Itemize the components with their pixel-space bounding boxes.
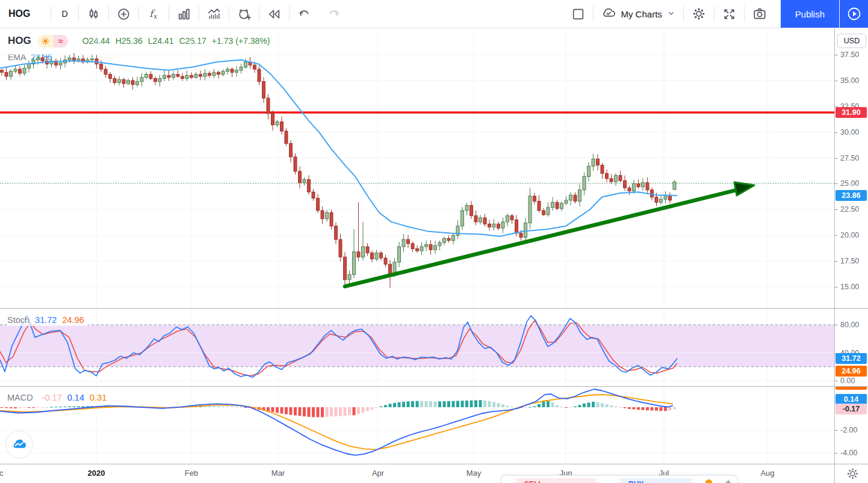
macd-histogram-bar bbox=[339, 407, 342, 416]
macd-histogram-bar bbox=[357, 407, 360, 414]
macd-histogram-bar bbox=[642, 407, 645, 410]
candle-body bbox=[380, 253, 383, 258]
macd-histogram-bar bbox=[312, 407, 315, 417]
candle-body bbox=[276, 122, 279, 125]
candle-body bbox=[28, 64, 31, 68]
price-scale-stoch[interactable]: 80.0040.000.0031.7224.96 bbox=[835, 309, 868, 387]
candle-body bbox=[348, 274, 351, 280]
axis-tick-label: 25.00 bbox=[840, 179, 859, 188]
candle-body bbox=[664, 196, 667, 199]
candle-body bbox=[185, 75, 188, 78]
sell-button[interactable]: SELL bbox=[516, 478, 596, 483]
symbol-button[interactable]: HOG bbox=[0, 0, 51, 28]
macd-histogram-bar bbox=[565, 407, 568, 408]
alert-add-icon[interactable] bbox=[229, 0, 259, 28]
macd-histogram-bar bbox=[497, 403, 500, 407]
price-scale-main[interactable]: USD 37.5035.0032.5030.0027.5025.0022.502… bbox=[835, 28, 868, 309]
time-axis-label: Mar bbox=[271, 469, 285, 478]
panel-separator[interactable] bbox=[0, 386, 868, 387]
tradingview-chart-app: HOG D f x bbox=[0, 0, 868, 483]
macd-histogram-bar bbox=[389, 404, 392, 407]
macd-histogram-bar bbox=[330, 407, 333, 417]
fundamentals-chart-icon[interactable] bbox=[199, 0, 229, 28]
publish-block: Publish bbox=[781, 0, 868, 28]
macd-histogram-bar bbox=[240, 407, 243, 408]
macd-histogram-bar bbox=[19, 407, 22, 408]
candle-body bbox=[217, 72, 220, 74]
candle-body bbox=[163, 75, 166, 78]
stoch-k-value: 31.72 bbox=[35, 315, 57, 325]
macd-histogram-bar bbox=[429, 401, 432, 407]
macd-label[interactable]: MACD bbox=[7, 393, 33, 402]
candle-body bbox=[353, 252, 356, 275]
macd-histogram-bar bbox=[524, 407, 527, 408]
trend-arrow-line[interactable] bbox=[345, 188, 746, 286]
macd-histogram-bar bbox=[434, 401, 437, 407]
buy-button[interactable]: BUY bbox=[620, 478, 692, 483]
candle-body bbox=[1, 70, 4, 72]
candle-body bbox=[19, 69, 22, 73]
ema-line[interactable] bbox=[0, 60, 677, 236]
add-order-icon[interactable]: + bbox=[725, 477, 731, 483]
axis-price-badge: 31.72 bbox=[835, 353, 867, 364]
indicator-templates-icon[interactable] bbox=[169, 0, 199, 28]
candle-body bbox=[290, 144, 293, 157]
trend-arrow-head[interactable] bbox=[734, 182, 754, 195]
macd-histogram-bar bbox=[538, 404, 541, 407]
candle-body bbox=[506, 216, 509, 222]
candle-body bbox=[344, 257, 347, 280]
axis-tick-label: 20.00 bbox=[840, 230, 859, 240]
macd-histogram-bar bbox=[317, 407, 320, 417]
macd-line-value: 0.14 bbox=[67, 393, 84, 402]
price-scale-macd[interactable]: -2.00-4.000.310.14-0.17 bbox=[835, 387, 868, 464]
macd-histogram-bar bbox=[416, 401, 419, 407]
candle-body bbox=[556, 202, 559, 208]
macd-histogram-bar bbox=[222, 406, 225, 407]
candle-body bbox=[267, 98, 270, 114]
macd-histogram-bar bbox=[371, 407, 374, 410]
candle-body bbox=[68, 58, 71, 60]
candle-body bbox=[416, 249, 419, 251]
macd-histogram-bar bbox=[1, 407, 4, 408]
redo-icon[interactable] bbox=[319, 0, 349, 28]
macd-histogram-bar bbox=[560, 407, 563, 407]
compare-add-icon[interactable] bbox=[109, 0, 138, 28]
macd-panel[interactable] bbox=[0, 387, 834, 464]
publish-play-button[interactable] bbox=[840, 0, 868, 28]
tradingview-logo[interactable] bbox=[5, 431, 33, 458]
camera-snapshot-icon[interactable] bbox=[745, 0, 775, 28]
main-price-chart[interactable] bbox=[0, 28, 834, 308]
fullscreen-icon[interactable] bbox=[715, 0, 744, 28]
indicators-fx-icon[interactable]: f x bbox=[139, 0, 169, 28]
candle-body bbox=[321, 211, 324, 219]
publish-button[interactable]: Publish bbox=[781, 0, 839, 28]
candle-body bbox=[10, 71, 13, 76]
candle-body bbox=[669, 196, 672, 200]
macd-histogram-bar bbox=[299, 407, 302, 416]
currency-usd-button[interactable]: USD bbox=[837, 34, 866, 48]
panel-separator[interactable] bbox=[0, 308, 868, 309]
stoch-label[interactable]: Stoch bbox=[7, 315, 29, 325]
macd-histogram-bar bbox=[470, 401, 473, 407]
time-axis-settings-icon[interactable] bbox=[845, 466, 860, 483]
layout-square-icon[interactable] bbox=[563, 0, 593, 28]
time-axis-label: May bbox=[467, 469, 482, 478]
my-charts-button[interactable]: My Charts bbox=[594, 0, 683, 28]
candle-body bbox=[443, 238, 446, 242]
settings-gear-icon[interactable] bbox=[684, 0, 714, 28]
replay-icon[interactable] bbox=[259, 0, 289, 28]
macd-histogram-bar bbox=[375, 407, 378, 408]
candle-body bbox=[434, 245, 437, 250]
stochastic-panel[interactable] bbox=[0, 309, 834, 386]
interval-button[interactable]: D bbox=[51, 0, 78, 28]
macd-histogram-bar bbox=[615, 407, 618, 407]
macd-histogram-bar bbox=[353, 407, 356, 415]
time-axis-label: Aug bbox=[760, 469, 774, 478]
candlestick-style-icon[interactable] bbox=[79, 0, 108, 28]
macd-histogram-bar bbox=[285, 407, 288, 414]
macd-histogram-bar bbox=[533, 406, 536, 407]
candle-body bbox=[326, 212, 329, 218]
undo-icon[interactable] bbox=[290, 0, 319, 28]
macd-histogram-bar bbox=[443, 401, 446, 407]
macd-histogram-bar bbox=[587, 402, 591, 407]
